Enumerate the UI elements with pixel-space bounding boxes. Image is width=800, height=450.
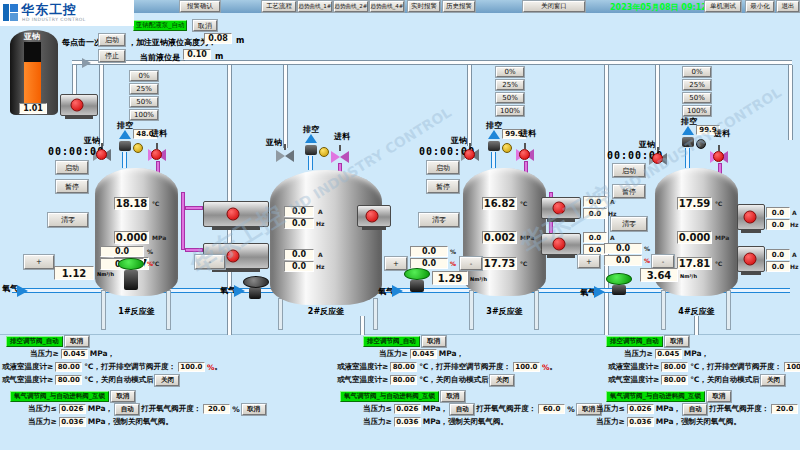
r1-oxygen-valve[interactable] — [118, 258, 144, 270]
r2-circulation-pump[interactable] — [357, 205, 391, 227]
close-window-button[interactable]: 关闭窗口 — [523, 1, 585, 12]
r4-open-100-button[interactable]: 100% — [683, 106, 711, 116]
control-panel-2: 排空调节阀_自动取消 当压力≥0.045MPa， 或液室温度计≥80.00℃，打… — [335, 335, 603, 429]
r1-pause-button[interactable]: 暂停 — [56, 180, 88, 193]
r3-start-button[interactable]: 启动 — [427, 161, 459, 174]
p3-oxygen-interlock-button[interactable]: 氧气调节阀_与自动进料阀_互锁 — [606, 391, 705, 402]
p2-oxygen-interlock-button[interactable]: 氧气调节阀_与自动进料阀_互锁 — [340, 391, 439, 402]
r4-open-50-button[interactable]: 50% — [683, 93, 711, 103]
r4-start-button[interactable]: 启动 — [613, 164, 645, 177]
flow-arrow-icon — [82, 58, 91, 68]
r3-pressure: 0.002 — [482, 231, 517, 244]
r4-open-25-button[interactable]: 25% — [683, 80, 711, 90]
r4-pause-button[interactable]: 暂停 — [613, 185, 645, 198]
realtime-alarm-button[interactable]: 实时报警 — [408, 1, 440, 12]
r3-vent-valve[interactable] — [488, 141, 500, 151]
p2-cancel2-button[interactable]: 取消 — [441, 391, 465, 402]
p2-oxygen-opening-setpoint: 60.0 — [538, 404, 565, 414]
r1-start-button[interactable]: 启动 — [56, 161, 88, 174]
p1-auto-button[interactable]: 自动 — [115, 404, 139, 415]
p1-cancel2-button[interactable]: 取消 — [111, 391, 135, 402]
dosing-stop-button[interactable]: 停止 — [99, 50, 125, 62]
reactor-2-vessel — [270, 170, 382, 305]
flow-arrow-icon — [594, 286, 605, 298]
soda-dosing-pump[interactable] — [60, 94, 98, 116]
process-flow-button[interactable]: 工艺流程 — [262, 1, 296, 12]
p3-gas-temp-setpoint: 80.00 — [661, 375, 688, 385]
p1-gas-temp-setpoint: 80.00 — [55, 375, 82, 385]
current-level-value: 0.10 — [183, 49, 211, 60]
soda-pump-auto-button[interactable]: 亚钠配液泵_自动 — [133, 20, 187, 31]
p1-vent-auto-button[interactable]: 排空调节阀_自动 — [6, 336, 63, 347]
r1-speed-minus-button[interactable]: - — [195, 255, 225, 269]
p2-close-button[interactable]: 关闭 — [490, 375, 514, 386]
r4-circulation-pump-2[interactable] — [737, 246, 765, 272]
r3-speed-plus-button[interactable]: + — [385, 257, 407, 270]
p3-vent-auto-button[interactable]: 排空调节阀_自动 — [606, 336, 663, 347]
standalone-test-button[interactable]: 单机测试 — [705, 1, 741, 12]
p1-close-button[interactable]: 关闭 — [155, 375, 179, 386]
p1-cancel3-button[interactable]: 取消 — [242, 404, 266, 415]
r3-open-100-button[interactable]: 100% — [496, 106, 524, 116]
r4-open-0-button[interactable]: 0% — [683, 67, 711, 77]
p3-cancel2-button[interactable]: 取消 — [707, 391, 731, 402]
p3-close-button[interactable]: 关闭 — [761, 375, 785, 386]
p3-vent-opening-setpoint: 100.0 — [784, 362, 800, 372]
r3-oxygen-valve[interactable] — [404, 268, 430, 280]
r1-open-50-button[interactable]: 50% — [130, 97, 158, 107]
trend-curve-1-button[interactable]: 趋势曲线_1# — [298, 1, 332, 12]
r4-speed-plus-button[interactable]: + — [578, 255, 600, 268]
r1-open-0-button[interactable]: 0% — [130, 71, 158, 81]
p2-gas-temp-setpoint: 80.00 — [390, 375, 417, 385]
p3-auto-button[interactable]: 自动 — [683, 404, 707, 415]
r3-circulation-pump-1[interactable] — [541, 197, 581, 219]
r1-open-100-button[interactable]: 100% — [130, 110, 158, 120]
exit-button[interactable]: 退出 — [777, 1, 799, 12]
current-level-label: 当前液位是： — [140, 52, 188, 63]
p1-cancel-button[interactable]: 取消 — [65, 336, 89, 347]
dosing-add-label: ，加注亚钠液位高度为： — [128, 37, 216, 48]
p2-cancel-button[interactable]: 取消 — [422, 336, 446, 347]
p2-auto-button[interactable]: 自动 — [450, 404, 474, 415]
p1-high-pressure-setpoint: 0.036 — [59, 417, 86, 427]
r2-feed-valve[interactable] — [331, 151, 349, 163]
r1-open-25-button[interactable]: 25% — [130, 84, 158, 94]
r1-clear-button[interactable]: 清零 — [48, 213, 88, 227]
r1-vent-valve[interactable] — [119, 141, 131, 151]
r4-speed-minus-button[interactable]: - — [652, 255, 674, 268]
r3-temp-bottom: 17.73 — [482, 257, 517, 270]
r1-feed-valve-open-light — [151, 149, 162, 160]
minimize-button[interactable]: 最小化 — [746, 1, 774, 12]
dosing-start-button[interactable]: 启动 — [99, 34, 125, 46]
alarm-ack-button[interactable]: 报警确认 — [180, 1, 220, 12]
r4-clear-button[interactable]: 清零 — [611, 217, 647, 231]
trend-curve-4-button[interactable]: 趋势曲线_4# — [370, 1, 404, 12]
r4-circulation-pump-1[interactable] — [737, 204, 765, 230]
p2-vent-auto-button[interactable]: 排空调节阀_自动 — [363, 336, 420, 347]
soda-branch-r1 — [99, 65, 104, 146]
p3-cancel-button[interactable]: 取消 — [665, 336, 689, 347]
soda-pump-cancel-button[interactable]: 取消 — [193, 20, 217, 31]
r3-pause-button[interactable]: 暂停 — [427, 180, 459, 193]
r4-vent-valve[interactable] — [682, 137, 694, 147]
r3-open-25-button[interactable]: 25% — [496, 80, 524, 90]
r3-pump1-current: 0.0 — [583, 196, 607, 207]
r3-feed-label: 进料 — [520, 128, 536, 139]
tank-level-bar — [24, 62, 41, 104]
trend-curve-2-button[interactable]: 趋势曲线_2# — [334, 1, 368, 12]
r3-clear-button[interactable]: 清零 — [419, 213, 459, 227]
r2-vent-valve[interactable] — [305, 145, 317, 155]
r3-open-50-button[interactable]: 50% — [496, 93, 524, 103]
r3-open-0-button[interactable]: 0% — [496, 67, 524, 77]
r4-vent-indicator-icon — [682, 126, 694, 135]
r4-oxygen-valve[interactable] — [606, 273, 632, 285]
r1-speed-plus-button[interactable]: + — [24, 255, 54, 269]
r1-circulation-pump-1[interactable] — [203, 201, 269, 227]
r2-oxygen-valve[interactable] — [243, 276, 269, 288]
r3-circulation-pump-2[interactable] — [541, 233, 581, 255]
history-alarm-button[interactable]: 历史报警 — [443, 1, 475, 12]
r2-soda-valve[interactable] — [276, 150, 294, 162]
pipe-right-drop — [788, 65, 793, 140]
p1-oxygen-interlock-button[interactable]: 氧气调节阀_与自动进料阀_互锁 — [10, 391, 109, 402]
r3-speed-minus-button[interactable]: - — [460, 257, 482, 270]
